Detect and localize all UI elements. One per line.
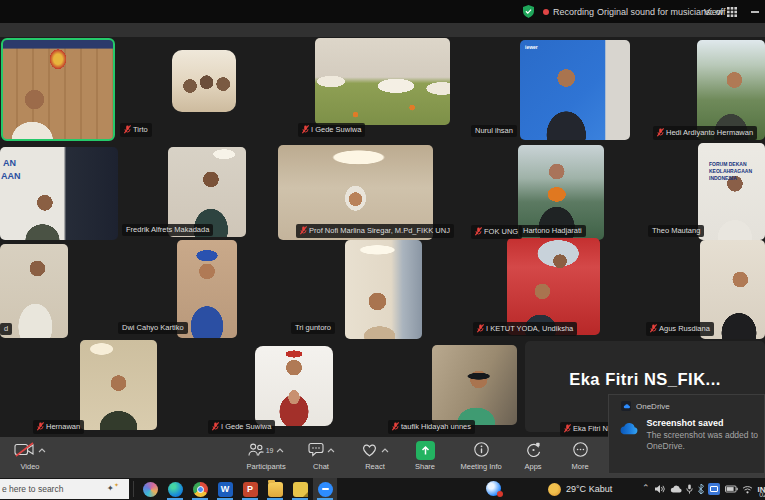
meeting-topbar: Recording Original sound for musicians: …	[0, 0, 765, 23]
participant-name-text: I KETUT YODA, Undiksha	[486, 325, 573, 333]
react-label: React	[365, 462, 385, 471]
notification-body-line1: The screenshot was added to	[646, 430, 758, 441]
video-tile-nurul-ihsan[interactable]: iewer	[520, 40, 630, 140]
word-icon: W	[218, 482, 233, 497]
react-icon	[361, 442, 378, 459]
video-tile-hernawan[interactable]	[80, 340, 157, 430]
participant-name-text: Hartono Hadjarati	[523, 227, 582, 235]
participant-name-label-nurul-ihsan: Nurul ihsan	[471, 125, 517, 137]
video-tile-hedi[interactable]	[697, 40, 765, 140]
word-taskbar-icon[interactable]: W	[213, 478, 237, 500]
participant-name-label-row3-left: d	[0, 323, 12, 335]
weather-widget[interactable]: 29°C Kabut	[548, 478, 612, 500]
notes-icon	[293, 482, 308, 497]
video-button[interactable]: Video	[14, 441, 46, 471]
chat-label: Chat	[313, 462, 329, 471]
participants-button[interactable]: 19Participants	[247, 441, 286, 471]
haze-weather-icon	[548, 483, 561, 496]
participant-name-label-fredrik: Fredrik Alfrets Makadada	[122, 224, 213, 236]
muted-mic-icon	[37, 422, 44, 431]
chevron-up-icon[interactable]	[381, 448, 389, 453]
powerpoint-taskbar-icon[interactable]: P	[238, 478, 262, 500]
muted-mic-icon	[212, 422, 219, 431]
muted-mic-icon	[477, 324, 484, 333]
chevron-up-icon[interactable]	[327, 448, 335, 453]
keyboard-tray-icon[interactable]	[708, 483, 720, 495]
participant-name-label-nofi: Prof Nofi Marlina Siregar, M.Pd_FIKK UNJ	[296, 224, 454, 238]
participant-name-text: Nurul ihsan	[475, 127, 513, 135]
apps-button[interactable]: Apps	[525, 441, 542, 471]
participant-name-text: Fredrik Alfrets Makadada	[126, 226, 209, 234]
explorer-icon	[268, 482, 283, 497]
taskbar-clock[interactable]: 02	[759, 491, 765, 498]
chrome-taskbar-icon[interactable]	[188, 478, 212, 500]
recording-label: Recording	[553, 7, 594, 17]
touch-keyboard-icon	[708, 483, 720, 495]
apps-label: Apps	[525, 462, 542, 471]
chevron-up-icon[interactable]	[38, 448, 46, 453]
chrome-icon	[193, 482, 208, 497]
taskbar-search-input[interactable]: e here to search ✦✦	[0, 479, 129, 499]
cloud-tray-icon[interactable]	[670, 485, 682, 493]
video-tile-tirto[interactable]	[172, 50, 236, 112]
video-tile-taufik[interactable]	[432, 345, 517, 425]
video-tile-theo[interactable]: FORUM DEKANKEOLAHRAGAANINDONESIA	[698, 143, 765, 240]
explorer-taskbar-icon[interactable]	[263, 478, 287, 500]
participant-name-label-tirto: Tirto	[120, 123, 152, 137]
copilot-icon	[143, 482, 158, 497]
volume-tray-icon[interactable]	[654, 484, 665, 494]
info-button[interactable]: Meeting Info	[461, 441, 502, 471]
participants-label: Participants	[247, 462, 286, 471]
more-button[interactable]: More	[572, 441, 589, 471]
participant-name-text: Tri guntoro	[295, 324, 331, 332]
zoom-icon	[318, 482, 333, 497]
battery-tray-icon[interactable]	[725, 485, 738, 493]
notification-body-line2: OneDrive.	[646, 441, 758, 452]
view-button[interactable]: View	[704, 0, 737, 23]
video-icon	[14, 442, 35, 459]
participant-name-label-dwi: Dwi Cahyo Kartiko	[118, 322, 188, 334]
copilot-taskbar-icon[interactable]	[138, 478, 162, 500]
powerpoint-icon: P	[243, 482, 258, 497]
participant-name-label-theo: Theo Mautang	[648, 225, 704, 237]
video-tile-koni-speaker[interactable]	[2, 39, 114, 140]
app-icon-with-badge[interactable]	[486, 481, 501, 496]
video-inner-text: FORUM DEKAN	[709, 162, 747, 167]
participant-name-text: Eka Fitri N	[573, 425, 608, 433]
bluetooth-tray-icon[interactable]	[698, 484, 704, 494]
participant-name-text: taufik Hidayah unnes	[401, 423, 471, 431]
security-shield-icon[interactable]	[523, 0, 534, 23]
participant-name-text: I Gede Suwiwa	[311, 126, 361, 134]
chat-button[interactable]: Chat	[308, 441, 335, 471]
muted-mic-icon	[302, 125, 309, 134]
grid-view-icon	[727, 7, 737, 17]
video-tile-gede-suwiwa-hall[interactable]	[315, 38, 450, 125]
muted-mic-icon	[392, 422, 399, 431]
apps-icon	[526, 442, 541, 459]
minimize-icon[interactable]	[751, 11, 759, 13]
notes-taskbar-icon[interactable]	[288, 478, 312, 500]
mic-tray-icon[interactable]	[686, 484, 693, 494]
zoom-taskbar-icon[interactable]	[313, 478, 337, 500]
onedrive-notification[interactable]: OneDrive Screenshot saved The screenshot…	[608, 394, 765, 474]
wifi-tray-icon[interactable]	[742, 485, 753, 494]
video-tile-ketut[interactable]	[507, 238, 600, 335]
video-inner-text: INDONESIA	[709, 176, 737, 181]
share-button[interactable]: Share	[415, 441, 435, 471]
participant-name-text: Dwi Cahyo Kartiko	[122, 324, 184, 332]
edge-icon	[168, 482, 183, 497]
chevron-up-icon[interactable]	[276, 448, 284, 453]
video-inner-text: KEOLAHRAGAAN	[709, 169, 752, 174]
video-tile-tri[interactable]	[345, 240, 422, 339]
windows-taskbar: e here to search ✦✦ WP 29°C Kabut ⌃IND 0…	[0, 478, 765, 500]
system-tray: ⌃IND	[642, 478, 765, 500]
muted-mic-icon	[657, 128, 664, 137]
video-tile-gede-suwiwa-2[interactable]	[255, 346, 333, 426]
edge-taskbar-icon[interactable]	[163, 478, 187, 500]
video-tile-banner-left[interactable]: ANAAN	[0, 147, 118, 240]
participant-name-label-gede-suwiwa-hall: I Gede Suwiwa	[298, 123, 365, 137]
chevron-tray-icon[interactable]: ⌃	[642, 484, 650, 494]
onedrive-app-icon	[621, 401, 631, 411]
participant-name-text: I Gede Suwiwa	[221, 423, 271, 431]
react-button[interactable]: React	[361, 441, 389, 471]
